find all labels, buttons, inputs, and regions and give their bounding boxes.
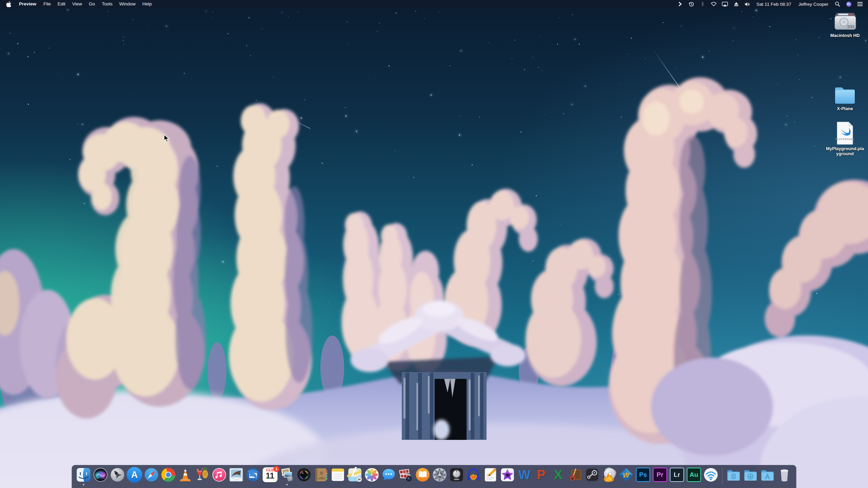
dock-item-safari[interactable] [144, 467, 159, 486]
menu-window[interactable]: Window [116, 0, 139, 8]
notification-center-icon[interactable] [856, 0, 864, 8]
audition-glyph: Au [687, 468, 701, 482]
dock-item-logic-pro[interactable] [449, 467, 465, 486]
calendar-day: 11 [266, 472, 274, 480]
menu-tools[interactable]: Tools [98, 0, 116, 8]
applications-folder-icon [760, 467, 775, 483]
dock-item-documents-folder[interactable] [726, 467, 742, 486]
documents-folder-icon [726, 467, 742, 483]
dock: A [72, 465, 796, 488]
dock-item-audition[interactable]: Au [686, 467, 702, 486]
volume-icon[interactable] [743, 0, 751, 8]
wallpaper-snow-trees [0, 0, 868, 488]
dock-item-photoshop[interactable]: Ps [635, 467, 651, 486]
siri-icon [93, 467, 108, 483]
dock-item-word[interactable]: W [517, 467, 532, 486]
finder-icon [76, 467, 92, 483]
dock-item-siri[interactable] [93, 467, 108, 486]
running-indicator [83, 484, 84, 485]
siri-menu-icon[interactable] [845, 0, 853, 8]
garageband-icon [568, 467, 583, 483]
wifi-icon[interactable] [710, 0, 718, 8]
eject-icon[interactable] [732, 0, 740, 8]
collapse-chevron-icon[interactable] [676, 0, 684, 8]
dock-item-audacity[interactable] [466, 467, 481, 486]
imovie-icon [500, 467, 515, 483]
desktop-icon-label: MyPlayground.playground [825, 146, 865, 156]
dock-item-steam[interactable] [585, 467, 600, 486]
dock-item-burn[interactable] [601, 467, 617, 486]
mouse-cursor [163, 134, 171, 144]
dock-item-calendar[interactable]: FEB 11 1 [262, 467, 278, 486]
menu-go[interactable]: Go [85, 0, 98, 8]
dock-item-imovie[interactable] [500, 467, 515, 486]
dock-item-garageband[interactable] [568, 467, 583, 486]
desktop-icon-macintosh-hd[interactable]: Macintosh HD [824, 12, 866, 38]
burn-disc-icon [601, 467, 617, 483]
pages-icon [483, 467, 498, 483]
dock-item-pages[interactable] [483, 467, 498, 486]
dock-item-messages[interactable] [381, 467, 397, 486]
menu-bar: Preview File Edit View Go Tools Window H… [0, 0, 868, 8]
dock-item-mail[interactable] [229, 467, 244, 486]
powerpoint-glyph: P [537, 468, 546, 481]
menu-clock[interactable]: Sat 11 Feb 08:37 [754, 2, 793, 7]
apple-menu[interactable] [0, 1, 15, 7]
itunes-icon [212, 467, 227, 483]
dock-item-powerpoint[interactable]: P [534, 467, 549, 486]
desktop-icon-label: Macintosh HD [830, 33, 860, 38]
app-menu-title[interactable]: Preview [15, 0, 40, 8]
dock-item-premiere-pro[interactable]: Pr [652, 467, 668, 486]
airplay-display-icon[interactable] [721, 0, 729, 8]
dock-item-ibooks[interactable] [415, 467, 431, 486]
dock-item-thunderbird[interactable] [245, 467, 261, 486]
preview-icon [279, 467, 295, 483]
spotlight-search-icon[interactable] [833, 0, 842, 8]
folder-icon [833, 85, 857, 105]
desktop-screen: Preview File Edit View Go Tools Window H… [0, 0, 868, 488]
dock-item-photos[interactable] [364, 467, 380, 486]
menu-edit[interactable]: Edit [54, 0, 69, 8]
dock-item-applications-folder[interactable] [760, 467, 775, 486]
desktop-icon-x-plane[interactable]: X-Plane [824, 85, 866, 111]
dock-item-launchpad[interactable] [110, 467, 125, 486]
apple-logo-icon [6, 1, 11, 7]
dock-item-trash[interactable] [777, 467, 792, 486]
dock-item-system-preferences[interactable] [432, 467, 448, 486]
dock-item-airport-utility[interactable] [703, 467, 719, 486]
menu-user-name[interactable]: Jeffrey Cooper [796, 2, 830, 7]
premiere-glyph: Pr [653, 468, 667, 482]
dock-item-itunes[interactable] [212, 467, 227, 486]
running-indicator [287, 484, 288, 485]
menu-file[interactable]: File [40, 0, 54, 8]
dock-item-aperture[interactable] [296, 467, 312, 486]
dock-item-maps[interactable]: 3D [347, 467, 363, 486]
dock-item-downloads-folder[interactable] [743, 467, 758, 486]
bluetooth-icon[interactable] [698, 0, 707, 8]
dock-item-chrome[interactable] [161, 467, 176, 486]
desktop-icon-label: X-Plane [837, 106, 853, 111]
time-machine-icon[interactable] [687, 0, 695, 8]
dock-item-photo-booth[interactable] [398, 467, 414, 486]
dock-item-vlc[interactable] [178, 467, 193, 486]
dock-item-contacts[interactable] [313, 467, 329, 486]
dock-item-tropical-drink[interactable] [195, 467, 210, 486]
menu-view[interactable]: View [69, 0, 85, 8]
desktop-icon-myplayground[interactable]: PLAYGROUND MyPlayground.playground [824, 121, 866, 156]
dock-item-preview[interactable] [279, 467, 295, 486]
excel-glyph: X [554, 468, 563, 481]
dock-item-w-diamond[interactable]: W [618, 467, 634, 486]
app-store-glyph: A [131, 470, 138, 480]
word-glyph: W [518, 468, 531, 481]
notes-icon [330, 467, 346, 483]
hard-drive-icon [833, 12, 857, 32]
dock-item-app-store[interactable]: A [127, 467, 142, 486]
w-diamond-icon: W [618, 467, 634, 483]
safari-icon [144, 467, 159, 483]
menu-help[interactable]: Help [139, 0, 155, 8]
dock-item-notes[interactable] [330, 467, 346, 486]
dock-item-excel[interactable]: X [551, 467, 566, 486]
airport-utility-icon [703, 467, 719, 483]
dock-item-lightroom[interactable]: Lr [669, 467, 685, 486]
dock-item-finder[interactable] [76, 467, 92, 486]
